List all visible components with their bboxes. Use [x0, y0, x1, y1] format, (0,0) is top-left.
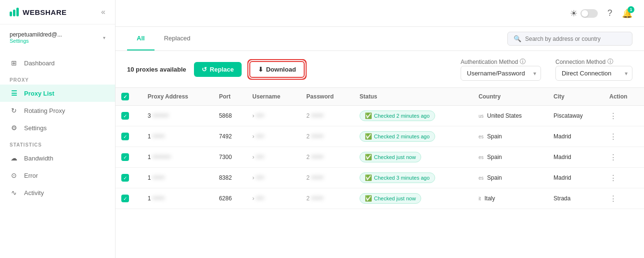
connection-method-select-wrapper: Direct Connection: [555, 66, 632, 81]
auth-info-icon: ⓘ: [520, 58, 526, 66]
sidebar-item-activity[interactable]: ∿ Activity: [0, 184, 115, 201]
sun-icon: ☀: [570, 8, 578, 19]
download-button[interactable]: ⬇ Download: [249, 61, 305, 78]
country-name: Spain: [487, 174, 502, 181]
header-country: Country: [473, 88, 548, 106]
toggle-track[interactable]: [580, 9, 598, 18]
sidebar-item-rotating-proxy[interactable]: ↻ Rotating Proxy: [0, 102, 115, 119]
row-action[interactable]: ⋮: [604, 188, 644, 209]
download-highlight: ⬇ Download: [247, 59, 307, 80]
nav-section-proxy: PROXY: [0, 72, 115, 85]
dark-mode-toggle[interactable]: ☀: [570, 8, 598, 19]
row-port: 8382: [213, 168, 246, 188]
table-row: ✓ 1 •••••• 8382 › •••• 2 •••••• ✅ Checke…: [116, 168, 644, 188]
sidebar-item-settings[interactable]: ⚙ Settings: [0, 119, 115, 136]
sidebar-label-rotating-proxy: Rotating Proxy: [24, 107, 65, 114]
header-city: City: [548, 88, 604, 106]
sidebar-label-proxy-list: Proxy List: [24, 90, 54, 97]
row-select-checkbox[interactable]: ✓: [121, 153, 129, 161]
row-dots-menu[interactable]: ⋮: [609, 153, 617, 161]
row-password: 2 ••••••: [301, 106, 354, 126]
row-select-checkbox[interactable]: ✓: [121, 112, 129, 120]
row-dots-menu[interactable]: ⋮: [609, 195, 617, 203]
status-check-icon: ✅: [365, 154, 372, 160]
toggle-thumb: [581, 10, 588, 17]
status-check-icon: ✅: [365, 133, 372, 140]
proxy-addr-blurred: ••••••: [153, 174, 165, 181]
download-label: Download: [266, 66, 296, 73]
row-checkbox[interactable]: ✓: [116, 168, 142, 188]
status-badge: ✅ Checked 3 minutes ago: [360, 172, 435, 183]
sidebar-logo: WEBSHARE «: [0, 0, 115, 25]
header-status: Status: [354, 88, 473, 106]
connection-method-label-text: Connection Method: [555, 59, 605, 65]
row-dots-menu[interactable]: ⋮: [609, 112, 617, 120]
password-blurred: ••••••: [311, 174, 323, 181]
row-action[interactable]: ⋮: [604, 147, 644, 168]
notification-badge: 1: [628, 6, 634, 13]
row-country: es Spain: [473, 126, 548, 147]
sidebar-collapse-button[interactable]: «: [101, 8, 105, 16]
sidebar-user-name: perpetuamildred@...: [10, 31, 62, 38]
row-username: › ••••: [246, 147, 300, 168]
sidebar-label-dashboard: Dashboard: [24, 60, 55, 67]
row-checkbox[interactable]: ✓: [116, 126, 142, 147]
connection-method-select[interactable]: Direct Connection: [555, 66, 632, 81]
row-proxy-address: 3 ••••••••: [142, 106, 213, 126]
row-username: › ••••: [246, 106, 300, 126]
row-action[interactable]: ⋮: [604, 126, 644, 147]
row-country: es Spain: [473, 168, 548, 188]
connection-info-icon: ⓘ: [607, 58, 613, 66]
row-action[interactable]: ⋮: [604, 168, 644, 188]
connection-method-group: Connection Method ⓘ Direct Connection: [555, 58, 632, 81]
tab-all[interactable]: All: [127, 27, 155, 50]
row-checkbox[interactable]: ✓: [116, 147, 142, 168]
sidebar-user[interactable]: perpetuamildred@... Settings ▾: [0, 25, 115, 50]
row-action[interactable]: ⋮: [604, 106, 644, 126]
sidebar-item-proxy-list[interactable]: ☰ Proxy List: [0, 85, 115, 102]
sidebar-label-settings: Settings: [24, 124, 47, 132]
notification-button[interactable]: 🔔 1: [622, 8, 632, 19]
proxy-table: ✓ Proxy Address Port Username Password S…: [116, 88, 644, 209]
row-checkbox[interactable]: ✓: [116, 188, 142, 209]
connection-method-label: Connection Method ⓘ: [555, 58, 632, 66]
proxy-list-icon: ☰: [10, 89, 18, 97]
row-proxy-address: 1 ••••••: [142, 168, 213, 188]
status-check-icon: ✅: [365, 174, 372, 181]
table-row: ✓ 1 •••••• 7492 › •••• 2 •••••• ✅ Checke…: [116, 126, 644, 147]
auth-method-select[interactable]: Username/Password: [461, 66, 541, 81]
download-icon: ⬇: [258, 66, 263, 73]
row-select-checkbox[interactable]: ✓: [121, 195, 129, 202]
row-password: 2 ••••••: [301, 188, 354, 209]
status-badge: ✅ Checked 2 minutes ago: [360, 131, 435, 142]
status-badge: ✅ Checked 2 minutes ago: [360, 111, 435, 121]
row-country: us United States: [473, 106, 548, 126]
row-select-checkbox[interactable]: ✓: [121, 133, 129, 140]
help-icon[interactable]: ?: [607, 8, 612, 18]
row-checkbox[interactable]: ✓: [116, 106, 142, 126]
sidebar-item-error[interactable]: ⊙ Error: [0, 167, 115, 184]
row-dots-menu[interactable]: ⋮: [609, 174, 617, 182]
header-port: Port: [213, 88, 246, 106]
search-input[interactable]: [525, 36, 626, 42]
row-status: ✅ Checked 2 minutes ago: [354, 106, 473, 126]
row-city: Piscataway: [548, 106, 604, 126]
replace-button[interactable]: ↺ Replace: [194, 62, 242, 77]
sidebar-item-dashboard[interactable]: ⊞ Dashboard: [0, 54, 115, 72]
row-status: ✅ Checked just now: [354, 188, 473, 209]
table-row: ✓ 1 ••••••••• 7300 › •••• 2 •••••• ✅ Che…: [116, 147, 644, 168]
status-check-icon: ✅: [365, 112, 372, 119]
sidebar-navigation: ⊞ Dashboard PROXY ☰ Proxy List ↻ Rotatin…: [0, 50, 115, 258]
row-dots-menu[interactable]: ⋮: [609, 133, 617, 141]
row-city: Madrid: [548, 126, 604, 147]
row-select-checkbox[interactable]: ✓: [121, 174, 129, 182]
logo-icon: [10, 8, 19, 16]
search-box[interactable]: 🔍: [507, 32, 632, 46]
sidebar-label-activity: Activity: [24, 189, 44, 197]
country-code: es: [478, 175, 484, 181]
header-checkbox: ✓: [116, 88, 142, 106]
tab-replaced[interactable]: Replaced: [155, 27, 200, 50]
sidebar-item-bandwidth[interactable]: ☁ Bandwidth: [0, 149, 115, 167]
select-all-checkbox[interactable]: ✓: [121, 93, 129, 100]
rotating-proxy-icon: ↻: [10, 107, 18, 114]
